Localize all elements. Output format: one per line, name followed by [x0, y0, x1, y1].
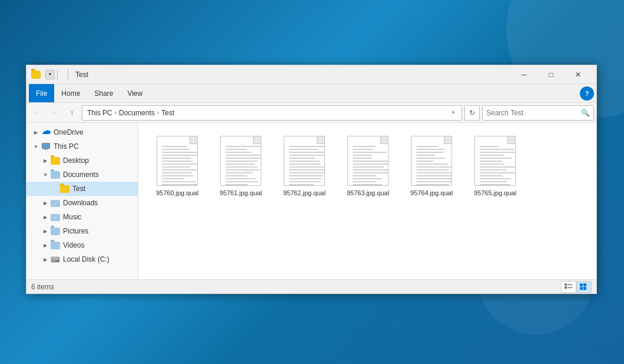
sidebar-label-test: Test — [72, 185, 135, 193]
file-name: 95761.jpg.qual — [220, 189, 262, 196]
item-count: 6 items — [31, 283, 54, 291]
path-dropdown-icon[interactable]: ▼ — [449, 110, 458, 115]
address-path[interactable]: This PC › Documents › Test ▼ — [82, 105, 462, 121]
expander-desktop[interactable]: ▶ — [41, 156, 50, 165]
refresh-button[interactable]: ↻ — [464, 105, 480, 121]
path-sep-1: › — [114, 109, 118, 116]
up-button[interactable]: ↑ — [64, 105, 79, 121]
expander-downloads[interactable]: ▶ — [41, 198, 50, 208]
sidebar-item-localdisk[interactable]: ▶ Local Disk (C:) — [26, 252, 138, 266]
sidebar-label-videos: Videos — [63, 241, 135, 249]
address-bar: ← → ↑ This PC › Documents › Test ▼ ↻ 🔍 — [26, 103, 596, 123]
close-button[interactable]: ✕ — [565, 65, 592, 84]
sidebar-label-localdisk: Local Disk (C:) — [63, 255, 135, 263]
explorer-window: ▼ Test ─ □ ✕ File Home Share View ? ← → … — [26, 65, 597, 294]
path-test[interactable]: Test — [160, 109, 175, 117]
sidebar-item-onedrive[interactable]: ▶ OneDrive — [26, 125, 138, 139]
file-icon[interactable]: 95760.jpg.qual — [148, 132, 207, 200]
search-input[interactable] — [486, 109, 581, 117]
expander-documents[interactable]: ▼ — [41, 170, 50, 179]
view-details-button[interactable] — [561, 281, 576, 293]
svg-rect-16 — [580, 283, 583, 286]
file-name: 95763.jpg.qual — [347, 189, 389, 196]
expander-music[interactable]: ▶ — [41, 212, 50, 222]
pictures-folder-icon — [50, 226, 61, 236]
path-sep-2: › — [156, 109, 160, 116]
svg-rect-14 — [567, 287, 573, 288]
localdisk-icon — [50, 254, 61, 265]
svg-rect-17 — [583, 283, 586, 286]
main-content: ▶ OneDrive ▼ This PC ▶ Desktop — [26, 123, 596, 279]
file-name: 95762.jpg.qual — [283, 189, 326, 196]
svg-rect-13 — [565, 286, 567, 289]
help-button[interactable]: ? — [580, 86, 594, 101]
svg-rect-1 — [42, 143, 49, 148]
sidebar: ▶ OneDrive ▼ This PC ▶ Desktop — [26, 123, 138, 279]
title-bar-icons: ▼ — [31, 69, 71, 81]
file-icon[interactable]: 95764.jpg.qual — [402, 132, 461, 200]
path-documents[interactable]: Documents — [118, 109, 156, 117]
file-icon[interactable]: 95762.jpg.qual — [275, 132, 334, 200]
maximize-button[interactable]: □ — [537, 65, 565, 84]
file-icon-img — [284, 136, 325, 186]
svg-rect-15 — [567, 288, 572, 288]
sidebar-label-onedrive: OneDrive — [54, 128, 135, 136]
back-button[interactable]: ← — [29, 105, 44, 121]
test-folder-icon — [59, 183, 70, 194]
path-thispc[interactable]: This PC — [86, 109, 114, 117]
documents-folder-icon — [50, 169, 61, 180]
music-folder-icon: ♪ — [50, 212, 61, 222]
file-icon-img — [411, 136, 452, 186]
svg-text:♪: ♪ — [54, 215, 57, 221]
sidebar-item-pictures[interactable]: ▶ Pictures — [26, 224, 138, 238]
svg-rect-10 — [565, 283, 567, 286]
file-icon[interactable]: 95761.jpg.qual — [211, 132, 270, 200]
view-largeicons-button[interactable] — [576, 281, 592, 293]
menu-view[interactable]: View — [120, 84, 150, 102]
sidebar-item-desktop[interactable]: ▶ Desktop — [26, 153, 138, 168]
title-folder-icon — [31, 71, 41, 79]
menu-share[interactable]: Share — [87, 84, 120, 102]
file-name: 95765.jpg.qual — [474, 189, 516, 196]
videos-folder-icon — [50, 240, 61, 251]
file-icon[interactable]: 95763.jpg.qual — [338, 132, 397, 200]
file-name: 95764.jpg.qual — [410, 189, 453, 196]
onedrive-icon — [41, 127, 51, 138]
file-icon-img — [220, 136, 261, 186]
sidebar-label-pictures: Pictures — [63, 227, 135, 235]
menu-file[interactable]: File — [29, 84, 54, 102]
sidebar-item-test[interactable]: ▶ Test — [26, 182, 138, 196]
thispc-icon — [41, 141, 51, 152]
window-controls: ─ □ ✕ — [510, 65, 592, 84]
svg-rect-19 — [583, 287, 586, 290]
sidebar-item-documents[interactable]: ▼ Documents — [26, 168, 138, 182]
expander-onedrive[interactable]: ▶ — [31, 128, 41, 137]
sidebar-item-downloads[interactable]: ▶ ↓ Downloads — [26, 196, 138, 210]
expander-localdisk[interactable]: ▶ — [41, 255, 50, 264]
sidebar-item-videos[interactable]: ▶ Videos — [26, 238, 138, 252]
svg-rect-7 — [52, 258, 59, 259]
minimize-button[interactable]: ─ — [510, 65, 537, 84]
svg-rect-3 — [43, 149, 49, 150]
sidebar-label-downloads: Downloads — [63, 199, 135, 207]
expander-pictures[interactable]: ▶ — [41, 226, 50, 236]
file-icon-img — [347, 136, 389, 186]
expander-videos[interactable]: ▶ — [41, 241, 50, 250]
expander-thispc[interactable]: ▼ — [31, 142, 41, 151]
file-icon[interactable]: 95765.jpg.qual — [466, 132, 525, 200]
menu-home[interactable]: Home — [54, 84, 87, 102]
sidebar-item-music[interactable]: ▶ ♪ Music — [26, 210, 138, 224]
title-quick-access[interactable]: ▼ — [45, 70, 55, 79]
sidebar-item-thispc[interactable]: ▼ This PC — [26, 139, 138, 153]
search-icon[interactable]: 🔍 — [581, 109, 590, 117]
title-arrow[interactable] — [57, 70, 63, 79]
svg-rect-11 — [567, 284, 573, 285]
search-box[interactable]: 🔍 — [482, 105, 594, 121]
svg-text:↓: ↓ — [54, 202, 57, 206]
svg-rect-9 — [52, 261, 56, 261]
title-bar: ▼ Test ─ □ ✕ — [26, 65, 596, 84]
window-title: Test — [75, 71, 510, 79]
forward-button[interactable]: → — [47, 105, 62, 121]
svg-rect-12 — [567, 285, 572, 285]
file-area: 95760.jpg.qual 95761.jpg.qual 95762.jpg.… — [138, 123, 596, 279]
